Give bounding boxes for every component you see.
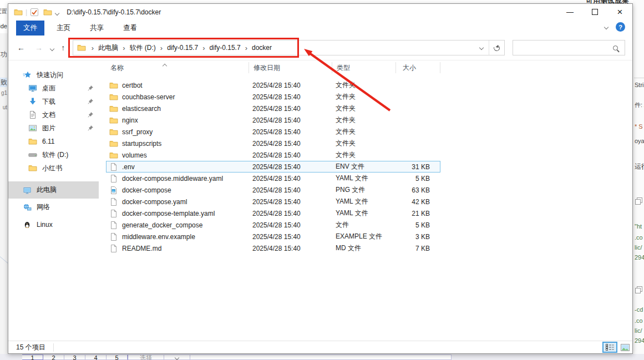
table-row[interactable]: docker-compose.yaml 2025/4/28 15:40 YAML… — [106, 196, 440, 207]
status-bar: 15 个项目 — [8, 341, 632, 353]
documents-icon — [28, 110, 38, 119]
sidebar-item[interactable]: 快速访问 — [8, 68, 99, 82]
sidebar-item[interactable]: 文档 — [8, 108, 99, 121]
file-date: 2025/4/28 15:40 — [249, 198, 332, 206]
file-name: nginx — [122, 116, 138, 124]
sidebar-item-label: 图片 — [42, 124, 55, 133]
refresh-button[interactable] — [489, 40, 504, 55]
file-type: YAML 文件 — [332, 174, 395, 183]
file-type: PNG 文件 — [332, 185, 395, 195]
folder-icon — [109, 81, 118, 90]
file-type: 文件夹 — [332, 115, 395, 125]
thumbnail-view-button[interactable] — [617, 342, 632, 353]
table-row[interactable]: docker-compose-template.yaml 2025/4/28 1… — [106, 207, 440, 219]
sidebar-item[interactable]: 桌面 — [8, 82, 99, 95]
file-icon — [109, 209, 118, 218]
file-type: 文件夹 — [332, 150, 395, 160]
drive-icon — [28, 150, 38, 159]
table-row[interactable]: elasticsearch 2025/4/28 15:40 文件夹 — [106, 103, 440, 114]
checkmark-icon[interactable] — [30, 8, 39, 17]
sidebar-item[interactable]: 此电脑 — [8, 181, 99, 199]
file-type: MD 文件 — [332, 244, 395, 253]
items-count: 15 个项目 — [16, 343, 45, 352]
chevron-down-icon — [164, 354, 190, 360]
file-date: 2025/4/28 15:40 — [249, 93, 332, 101]
search-input[interactable] — [513, 44, 613, 52]
background-pagination-row: 1 2 3 4 5 — [22, 354, 128, 360]
recent-locations-chevron-icon[interactable] — [48, 43, 56, 53]
file-date: 2025/4/28 15:40 — [249, 163, 332, 171]
table-row[interactable]: generate_docker_compose 2025/4/28 15:40 … — [106, 219, 440, 231]
table-row[interactable]: docker-compose.middleware.yaml 2025/4/28… — [106, 173, 440, 184]
minimize-button[interactable]: — — [557, 4, 582, 20]
table-row[interactable]: startupscripts 2025/4/28 15:40 文件夹 — [106, 138, 440, 149]
table-row[interactable]: middleware.env.example 2025/4/28 15:40 E… — [106, 231, 440, 242]
table-row[interactable]: couchbase-server 2025/4/28 15:40 文件夹 — [106, 91, 440, 103]
pin-icon — [87, 111, 94, 120]
column-header-type[interactable]: 类型 — [332, 62, 396, 73]
column-header-name[interactable]: 名称 — [106, 62, 249, 73]
table-row[interactable]: README.md 2025/4/28 15:40 MD 文件 7 KB — [106, 242, 440, 254]
sidebar-item[interactable]: 网络 — [8, 199, 99, 216]
sidebar-item[interactable]: 小红书 — [8, 161, 99, 175]
sidebar-item[interactable]: 下载 — [8, 95, 99, 108]
file-date: 2025/4/28 15:40 — [249, 105, 332, 113]
quick-access-icon — [23, 70, 33, 79]
file-name: middleware.env.example — [122, 233, 195, 241]
table-row[interactable]: nginx 2025/4/28 15:40 文件夹 — [106, 114, 440, 126]
column-header-date[interactable]: 修改日期 — [249, 62, 332, 73]
table-row[interactable]: docker-compose 2025/4/28 15:40 PNG 文件 63… — [106, 184, 440, 196]
sidebar-item[interactable]: 6.11 — [8, 135, 99, 148]
background-text-fragment: * S — [635, 123, 644, 130]
folder-icon — [109, 93, 118, 102]
search-icon[interactable] — [613, 45, 618, 50]
folder-icon — [109, 104, 118, 113]
maximize-button[interactable] — [582, 4, 607, 20]
table-row[interactable]: ssrf_proxy 2025/4/28 15:40 文件夹 — [106, 126, 440, 138]
ribbon-tab[interactable]: 文件 — [16, 21, 44, 36]
pictures-icon — [28, 124, 38, 133]
help-icon[interactable]: ? — [616, 22, 625, 32]
background-text-fragment: -cd — [635, 306, 644, 313]
table-row[interactable]: certbot 2025/4/28 15:40 文件夹 — [106, 79, 440, 91]
forward-button[interactable]: → — [33, 43, 45, 52]
background-select-label: 选择 — [128, 354, 164, 360]
folder-icon — [109, 128, 118, 136]
file-name: docker-compose-template.yaml — [122, 210, 215, 217]
file-date: 2025/4/28 15:40 — [249, 140, 332, 148]
background-text-fragment: 败 — [0, 78, 7, 87]
column-header-size[interactable]: 大小 — [396, 62, 440, 73]
file-size: 42 KB — [395, 198, 435, 206]
table-row[interactable]: volumes 2025/4/28 15:40 文件夹 — [106, 149, 440, 161]
background-page-cell: 3 — [64, 354, 85, 360]
sidebar-item-label: 网络 — [37, 202, 50, 212]
address-dropdown-chevron-icon[interactable] — [474, 40, 489, 55]
background-page-cell: 1 — [22, 354, 43, 360]
sidebar-item[interactable]: 软件 (D:) — [8, 148, 99, 161]
ribbon-tab[interactable]: 查看 — [116, 21, 144, 36]
copy-icon — [637, 286, 642, 292]
sidebar-item[interactable]: Linux — [8, 216, 99, 233]
up-button[interactable]: ↑ — [57, 43, 69, 52]
sidebar-item-label: 此电脑 — [37, 185, 57, 195]
close-button[interactable]: × — [607, 4, 632, 20]
file-type: YAML 文件 — [332, 209, 395, 218]
sidebar-item-label: 文档 — [42, 110, 55, 120]
file-name: couchbase-server — [122, 93, 175, 101]
network-icon — [23, 203, 33, 212]
file-name: generate_docker_compose — [122, 221, 202, 229]
background-text-fragment: 294 — [635, 254, 644, 261]
sidebar-item[interactable]: 图片 — [8, 121, 99, 135]
sidebar-item-label: 桌面 — [42, 84, 55, 93]
ribbon-tab[interactable]: 共享 — [83, 21, 111, 36]
details-view-button[interactable] — [602, 342, 617, 353]
file-type: 文件夹 — [332, 139, 395, 148]
file-date: 2025/4/28 15:40 — [249, 210, 332, 217]
back-button[interactable]: ← — [15, 43, 27, 52]
downloads-icon — [28, 97, 38, 106]
table-row[interactable]: .env 2025/4/28 15:40 ENV 文件 31 KB — [106, 161, 440, 173]
qat-customize-chevron-icon[interactable] — [55, 7, 59, 17]
ribbon-collapse-chevron-icon[interactable] — [604, 24, 608, 29]
sidebar-item-label: 小红书 — [42, 164, 62, 173]
ribbon-tab[interactable]: 主页 — [49, 21, 78, 36]
